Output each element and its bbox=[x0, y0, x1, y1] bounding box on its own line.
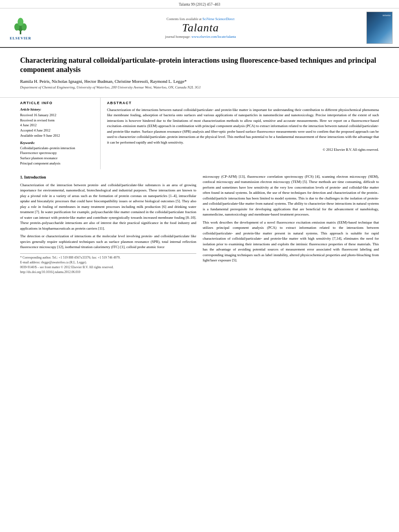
article-info-abstract: ARTICLE INFO Article history: Received 1… bbox=[0, 97, 399, 169]
keyword-1: Colloidal/particulate–protein interactio… bbox=[20, 146, 95, 151]
keyword-3: Surface plasmon resonance bbox=[20, 156, 95, 161]
journal-citation: Talanta 99 (2012) 457–463 bbox=[0, 0, 399, 8]
right-para-1: microscopy (CP-AFM) [13], fluorescence c… bbox=[203, 174, 379, 218]
footnote-issn: 0039-9140/$ – see front matter © 2012 El… bbox=[20, 265, 196, 270]
abstract-col: ABSTRACT Characterization of the interac… bbox=[101, 98, 379, 169]
journal-cover-image bbox=[366, 12, 393, 44]
footnote-email: E-mail address: rlegge@uwaterloo.ca (R.L… bbox=[20, 260, 196, 265]
keyword-2: Fluorescence spectroscopy bbox=[20, 150, 95, 156]
body-left-col: 1. Introduction Characterization of the … bbox=[20, 174, 196, 275]
article-title: Characterizing natural colloidal/particu… bbox=[20, 56, 379, 75]
elsevier-tree-icon bbox=[10, 15, 31, 35]
intro-para-1: Characterization of the interaction betw… bbox=[20, 183, 196, 232]
homepage-link[interactable]: www.elsevier.com/locate/talanta bbox=[191, 35, 236, 39]
journal-header: ELSEVIER Contents lists available at Sci… bbox=[0, 8, 399, 48]
article-affiliation: Department of Chemical Engineering, Univ… bbox=[20, 85, 379, 89]
svg-point-4 bbox=[18, 18, 24, 26]
received-revised-label: Received in revised form bbox=[20, 118, 95, 123]
journal-title: Talanta bbox=[38, 22, 363, 34]
history-label: Article history: bbox=[20, 107, 95, 111]
section1-title: 1. Introduction bbox=[20, 174, 196, 180]
article-authors: Ramila H. Peiris, Nicholas Ignagni, Hect… bbox=[20, 79, 379, 84]
contents-available: Contents lists available at SciVerse Sci… bbox=[38, 17, 363, 21]
abstract-text: Characterization of the interactions bet… bbox=[107, 107, 379, 146]
footnote-asterisk: * Corresponding author. Tel.: +1 519 888… bbox=[20, 255, 196, 260]
intro-para-2: The detection or characterization of int… bbox=[20, 234, 196, 250]
body-content: 1. Introduction Characterization of the … bbox=[0, 169, 399, 275]
copyright-line: © 2012 Elsevier B.V. All rights reserved… bbox=[107, 148, 379, 152]
sciverse-link[interactable]: SciVerse ScienceDirect bbox=[202, 17, 234, 21]
footnotes: * Corresponding author. Tel.: +1 519 888… bbox=[20, 253, 196, 275]
keyword-4: Principal component analysis bbox=[20, 161, 95, 166]
body-right-col: microscopy (CP-AFM) [13], fluorescence c… bbox=[203, 174, 379, 275]
footnote-doi: http://dx.doi.org/10.1016/j.talanta.2012… bbox=[20, 270, 196, 275]
elsevier-logo: ELSEVIER bbox=[6, 15, 35, 40]
journal-homepage: journal homepage: www.elsevier.com/locat… bbox=[38, 35, 363, 39]
page: Talanta 99 (2012) 457–463 ELSEVIER Conte… bbox=[0, 0, 399, 532]
right-para-2: This work describes the development of a… bbox=[203, 220, 379, 263]
available-online-date: Available online 9 June 2012 bbox=[20, 133, 95, 138]
article-title-section: Characterizing natural colloidal/particu… bbox=[0, 48, 399, 97]
article-info-col: ARTICLE INFO Article history: Received 1… bbox=[20, 98, 101, 169]
received-revised-date: 4 June 2012 bbox=[20, 123, 95, 128]
journal-center: Contents lists available at SciVerse Sci… bbox=[38, 17, 363, 39]
keywords-label: Keywords: bbox=[20, 141, 95, 145]
received-date: Received 16 January 2012 bbox=[20, 113, 95, 118]
accepted-date: Accepted 4 June 2012 bbox=[20, 128, 95, 133]
